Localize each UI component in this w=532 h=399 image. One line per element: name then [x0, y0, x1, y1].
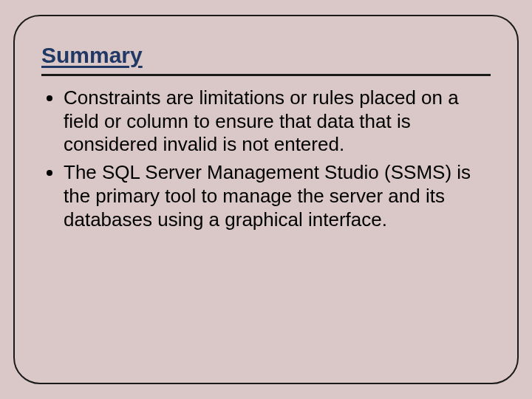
title-divider: [41, 74, 491, 76]
slide-card: Summary Constraints are limitations or r…: [13, 15, 519, 384]
list-item: Constraints are limitations or rules pla…: [64, 86, 491, 157]
list-item: The SQL Server Management Studio (SSMS) …: [64, 161, 491, 231]
bullet-list: Constraints are limitations or rules pla…: [41, 86, 491, 231]
slide-background: Summary Constraints are limitations or r…: [0, 0, 532, 399]
slide-title: Summary: [41, 43, 491, 68]
